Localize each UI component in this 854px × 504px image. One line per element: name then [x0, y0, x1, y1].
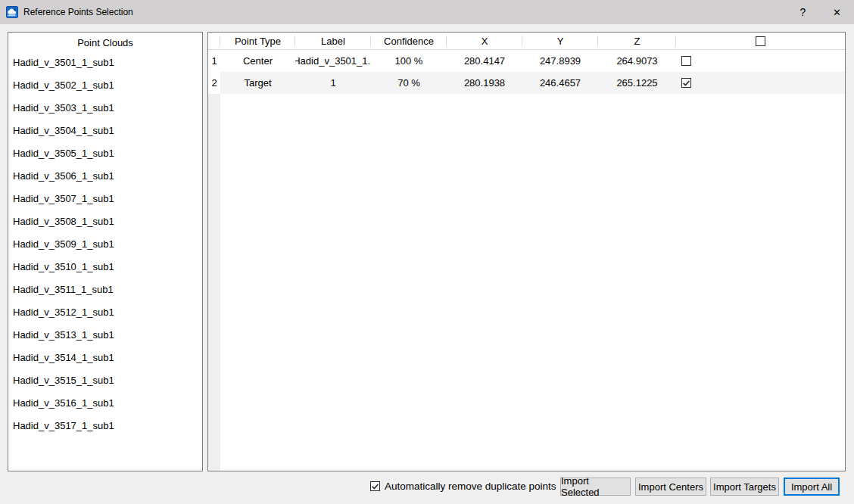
cell-label: Hadid_v_3501_1.. [295, 50, 371, 72]
table-body: 1CenterHadid_v_3501_1..100 %280.4147247.… [208, 50, 845, 94]
title-bar: Reference Points Selection ? ✕ [0, 0, 854, 24]
cell-confidence: 100 % [371, 50, 447, 72]
point-cloud-item[interactable]: Hadid_v_3517_1_sub1 [8, 415, 202, 437]
point-cloud-item[interactable]: Hadid_v_3513_1_sub1 [8, 324, 202, 347]
point-cloud-item[interactable]: Hadid_v_3502_1_sub1 [8, 74, 202, 97]
point-cloud-item[interactable]: Hadid_v_3503_1_sub1 [8, 97, 202, 120]
point-cloud-item[interactable]: Hadid_v_3506_1_sub1 [8, 165, 202, 188]
row-number: 2 [208, 72, 220, 94]
auto-remove-duplicates-label: Automatically remove duplicate points [385, 481, 556, 492]
column-header-z[interactable]: Z [598, 33, 676, 49]
column-header-label[interactable]: Label [295, 33, 371, 49]
column-header-point-type[interactable]: Point Type [220, 33, 295, 49]
column-header-y[interactable]: Y [522, 33, 598, 49]
point-cloud-item[interactable]: Hadid_v_3508_1_sub1 [8, 210, 202, 233]
point-cloud-item[interactable]: Hadid_v_3509_1_sub1 [8, 233, 202, 256]
checkbox-icon[interactable] [370, 481, 380, 491]
table-corner-cell [208, 33, 220, 49]
import-targets-button[interactable]: Import Targets [710, 478, 779, 496]
table-row[interactable]: 1CenterHadid_v_3501_1..100 %280.4147247.… [208, 50, 845, 72]
point-cloud-item[interactable]: Hadid_v_3515_1_sub1 [8, 369, 202, 392]
point-clouds-header: Point Clouds [8, 33, 202, 51]
point-cloud-item[interactable]: Hadid_v_3507_1_sub1 [8, 188, 202, 210]
cell-x: 280.4147 [447, 50, 522, 72]
reference-points-table: Point TypeLabelConfidenceXYZ 1CenterHadi… [207, 32, 846, 471]
cell-z: 265.1225 [598, 72, 676, 94]
close-button[interactable]: ✕ [820, 0, 854, 24]
point-cloud-item[interactable]: Hadid_v_3510_1_sub1 [8, 256, 202, 278]
help-icon: ? [800, 6, 806, 18]
point-cloud-item[interactable]: Hadid_v_3501_1_sub1 [8, 51, 202, 74]
cell-y: 247.8939 [522, 50, 598, 72]
window-title: Reference Points Selection [23, 7, 133, 17]
point-clouds-panel: Point Clouds Hadid_v_3501_1_sub1Hadid_v_… [8, 32, 203, 471]
row-select-cell [676, 50, 845, 72]
close-icon: ✕ [833, 7, 841, 18]
help-button[interactable]: ? [786, 0, 820, 24]
checkbox-unchecked-icon[interactable] [681, 56, 691, 66]
table-row[interactable]: 2Target170 %280.1938246.4657265.1225 [208, 72, 845, 94]
point-cloud-item[interactable]: Hadid_v_3511_1_sub1 [8, 278, 202, 301]
row-select-cell [676, 72, 845, 94]
import-selected-button[interactable]: Import Selected [560, 478, 631, 496]
point-cloud-item[interactable]: Hadid_v_3504_1_sub1 [8, 120, 202, 142]
point-cloud-item[interactable]: Hadid_v_3514_1_sub1 [8, 347, 202, 369]
point-clouds-list: Hadid_v_3501_1_sub1Hadid_v_3502_1_sub1Ha… [8, 51, 202, 437]
auto-remove-duplicates-checkbox[interactable]: Automatically remove duplicate points [370, 481, 556, 492]
import-centers-button[interactable]: Import Centers [635, 478, 706, 496]
cell-label: 1 [295, 72, 371, 94]
cell-z: 264.9073 [598, 50, 676, 72]
reference-points-dialog: Reference Points Selection ? ✕ Point Clo… [0, 0, 854, 504]
point-cloud-item[interactable]: Hadid_v_3512_1_sub1 [8, 301, 202, 324]
cell-point-type: Center [220, 50, 295, 72]
checkbox-unchecked-icon[interactable] [756, 36, 765, 46]
app-icon [6, 6, 18, 18]
cell-y: 246.4657 [522, 72, 598, 94]
cell-confidence: 70 % [371, 72, 447, 94]
column-header-confidence[interactable]: Confidence [371, 33, 447, 49]
row-number-strip [208, 33, 220, 471]
column-header-x[interactable]: X [447, 33, 522, 49]
cell-x: 280.1938 [447, 72, 522, 94]
table-header-row: Point TypeLabelConfidenceXYZ [208, 33, 845, 50]
point-cloud-item[interactable]: Hadid_v_3505_1_sub1 [8, 142, 202, 165]
row-number: 1 [208, 50, 220, 72]
point-cloud-item[interactable]: Hadid_v_3516_1_sub1 [8, 392, 202, 415]
checkbox-checked-icon[interactable] [681, 78, 691, 88]
cell-point-type: Target [220, 72, 295, 94]
import-all-button[interactable]: Import All [784, 478, 840, 496]
select-all-header-cell [676, 33, 845, 49]
